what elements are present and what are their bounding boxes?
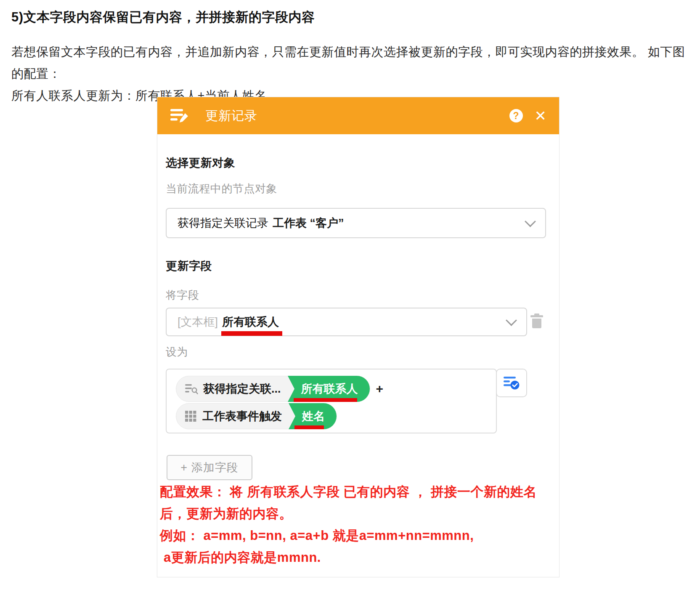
dialog-title: 更新记录 <box>205 107 257 125</box>
set-value-box[interactable]: 获得指定关联... 所有联系人 + 工作表事件触发 <box>166 369 497 433</box>
chevron-down-icon <box>525 215 536 227</box>
token-source-label: 获得指定关联... <box>203 381 281 396</box>
update-field-label: 更新字段 <box>166 258 212 274</box>
select-object-label: 选择更新对象 <box>166 155 235 170</box>
dynamic-value-button[interactable] <box>496 369 527 397</box>
token-field-text: 姓名 <box>302 409 325 424</box>
concat-operator: + <box>376 382 384 396</box>
field-token[interactable]: 工作表事件触发 姓名 <box>176 403 337 429</box>
list-check-icon <box>503 376 520 390</box>
record-edit-icon <box>170 108 189 124</box>
annotation-line: 配置效果： 将 所有联系人字段 已有的内容 ， 拼接一个新的姓名 <box>160 481 555 503</box>
field-value-text: 所有联系人 <box>222 316 279 328</box>
intro-paragraph-line1: 若想保留文本字段的已有内容，并追加新内容，只需在更新值时再次选择被更新的字段，即… <box>11 41 693 85</box>
set-to-label: 设为 <box>166 345 188 359</box>
field-token[interactable]: 获得指定关联... 所有联系人 <box>176 376 370 402</box>
red-underline <box>294 425 324 429</box>
field-dropdown[interactable]: [文本框] 所有联系人 <box>166 308 527 336</box>
close-icon[interactable]: ✕ <box>535 109 547 123</box>
field-value: 所有联系人 <box>222 314 279 330</box>
page-title: 5)文本字段内容保留已有内容，并拼接新的字段内容 <box>11 8 315 26</box>
field-type-prefix: [文本框] <box>178 314 218 330</box>
token-row: 工作表事件触发 姓名 <box>176 403 496 429</box>
update-object-dropdown[interactable]: 获得指定关联记录 工作表 “客户” <box>166 208 546 238</box>
update-object-value: 获得指定关联记录 <box>178 215 268 231</box>
token-source-label: 工作表事件触发 <box>202 409 282 424</box>
annotation-line: 后，更新为新的内容。 <box>160 503 555 525</box>
red-underline <box>294 398 357 402</box>
annotation-line: 例如： a=mm, b=nn, a=a+b 就是a=mm+nn=mmnn, <box>160 525 555 547</box>
update-record-dialog: 更新记录 ? ✕ 选择更新对象 当前流程中的节点对象 获得指定关联记录 工作表 … <box>157 97 559 577</box>
add-field-button[interactable]: + 添加字段 <box>167 455 252 480</box>
annotation-text: 配置效果： 将 所有联系人字段 已有的内容 ， 拼接一个新的姓名 后，更新为新的… <box>160 481 555 569</box>
add-field-label: + 添加字段 <box>180 460 238 475</box>
token-field-text: 所有联系人 <box>301 381 358 396</box>
token-field-tag: 姓名 <box>289 403 337 429</box>
update-object-worksheet: 工作表 “客户” <box>273 215 344 231</box>
annotation-line: a更新后的内容就是mmnn. <box>160 547 555 569</box>
field-label: 将字段 <box>166 288 199 303</box>
trash-icon[interactable] <box>530 314 544 329</box>
token-row: 获得指定关联... 所有联系人 + <box>176 376 496 402</box>
token-field-tag: 所有联系人 <box>288 376 370 402</box>
related-record-search-icon <box>185 383 198 395</box>
dialog-header: 更新记录 ? ✕ <box>157 97 559 134</box>
worksheet-grid-icon <box>185 410 197 422</box>
red-underline <box>221 331 282 336</box>
chevron-down-icon <box>506 314 517 326</box>
question-circle-icon[interactable]: ? <box>509 109 523 122</box>
node-object-sublabel: 当前流程中的节点对象 <box>166 181 277 196</box>
